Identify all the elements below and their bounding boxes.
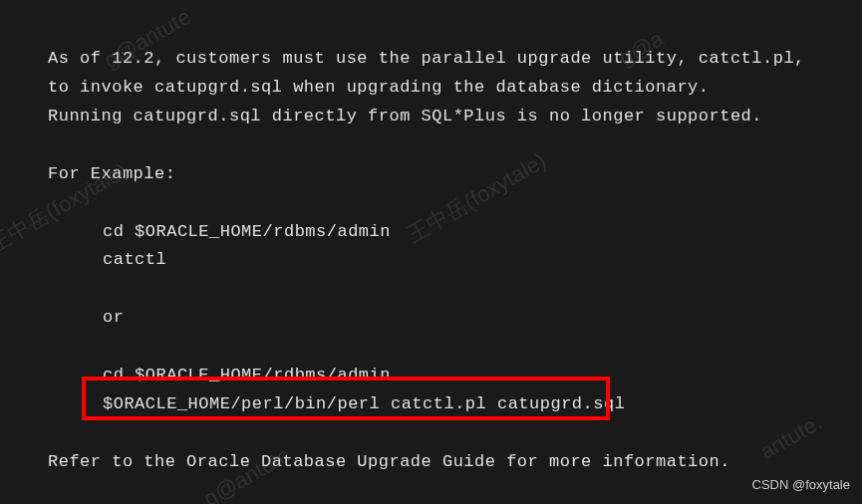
blank-line	[48, 131, 814, 160]
output-line-1: As of 12.2, customers must use the paral…	[48, 45, 814, 74]
output-line-5: cd $ORACLE_HOME/rdbms/admin	[48, 218, 814, 247]
output-line-10: Refer to the Oracle Database Upgrade Gui…	[48, 448, 814, 477]
output-line-8: cd $ORACLE_HOME/rdbms/admin	[48, 362, 814, 390]
blank-line	[48, 333, 814, 362]
output-line-3: Running catupgrd.sql directly from SQL*P…	[48, 103, 814, 131]
blank-line	[48, 419, 814, 448]
output-line-2: to invoke catupgrd.sql when upgrading th…	[48, 74, 814, 103]
output-line-9-highlighted: $ORACLE_HOME/perl/bin/perl catctl.pl cat…	[48, 390, 814, 419]
output-line-7: or	[48, 304, 814, 333]
credit-label: CSDN @foxytale	[752, 474, 850, 496]
output-line-4: For Example:	[48, 160, 814, 189]
blank-line	[48, 189, 814, 218]
blank-line	[48, 275, 814, 304]
output-line-6: catctl	[48, 246, 814, 275]
